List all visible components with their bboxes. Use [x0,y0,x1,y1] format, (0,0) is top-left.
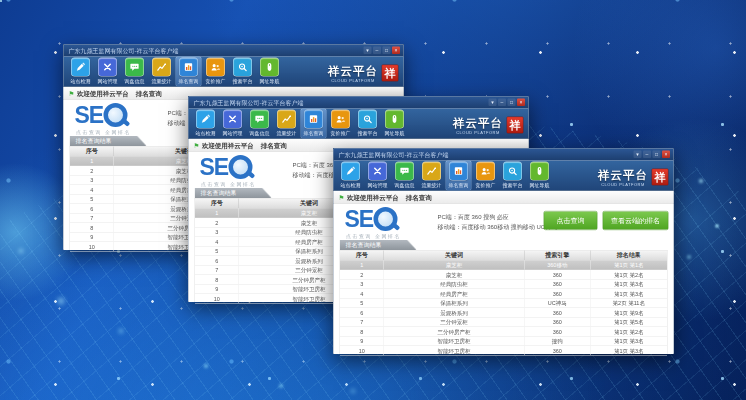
toolbar-item-site-check[interactable]: 站点检测 [338,161,364,191]
site-check-icon [341,162,360,181]
minimize-button[interactable]: – [643,151,651,159]
toolbar-item-mouse[interactable]: 网址导航 [257,57,283,87]
window-titlebar[interactable]: 广东九鼎王监网有限公司-祥云平台客户端 ▾ – □ × [64,45,404,57]
maximize-button[interactable]: □ [653,151,661,159]
brand-subtitle: CLOUD PLATFORM [328,78,378,83]
cell-keyword: 三分钟房产柜 [384,327,524,336]
table-row[interactable]: 7三分钟景柜360第1页 第5名 [340,318,667,328]
toolbar-item-site-check[interactable]: 站点检测 [193,109,219,139]
toolbar-item-line-chart[interactable]: 流量统计 [274,109,300,139]
close-button[interactable]: × [517,99,525,107]
cell-index: 4 [70,185,114,194]
toolbar-item-label: 排名查询 [179,78,199,85]
bar-chart-icon [179,58,198,77]
maximize-button[interactable]: □ [508,99,516,107]
cell-rank: 第1页 第3名 [591,280,667,289]
toolbar-item-label: 站点检测 [341,182,361,189]
toolbar-item-mouse[interactable]: 网址导航 [527,161,553,191]
toolbar-item-message[interactable]: 询盘信息 [247,109,273,139]
toolbar-item-search-platform[interactable]: 搜索平台 [355,109,381,139]
engine-line-pc: PC端：百度 360 搜狗 必应 [438,212,558,222]
toolbar: 站点检测网站管理询盘信息流量统计排名查询竞价推广搜索平台网址导航 祥云平台 CL… [334,161,674,192]
search-platform-icon [358,110,377,129]
toolbar-item-bar-chart[interactable]: 排名查询 [301,109,327,139]
tab-rank-results[interactable]: 排名查询结果 [195,188,272,198]
query-button[interactable]: 点击查询 [544,211,598,230]
toolbar-item-label: 竞价推广 [476,182,496,189]
engine-line-mobile: 移动端：百度移动 360移动 搜狗移动 UC神马 [438,222,558,232]
table-row[interactable]: 1康芝柜360移动第1页 第1名 [340,261,667,271]
toolbar-item-search-platform[interactable]: 搜索平台 [500,161,526,191]
skin-button[interactable]: ▾ [489,99,497,107]
toolbar-item-line-chart[interactable]: 流量统计 [419,161,445,191]
toolbar-item-site-manage[interactable]: 网站管理 [365,161,391,191]
content-area: SE 点击查询 全网排名 PC端：百度 360 搜狗 必应 移动端：百度移动 3… [334,204,674,354]
cell-engine: 360 [525,280,591,289]
toolbar-item-label: 站点检测 [196,130,216,137]
seo-logo: SE 点击查询 全网排名 [345,207,433,240]
toolbar-item-bar-chart[interactable]: 排名查询 [176,57,202,87]
cell-engine: 360 [525,308,591,317]
cell-rank: 第1页 第3名 [591,289,667,298]
brand-name: 祥云平台 [328,63,378,79]
cell-engine: UC神马 [525,299,591,308]
cell-index: 6 [70,204,114,213]
table-row[interactable]: 10智能环卫房柜360第1页 第3名 [340,346,667,356]
site-manage-icon [368,162,387,181]
toolbar-item-promotion[interactable]: 竞价推广 [328,109,354,139]
maximize-button[interactable]: □ [383,47,391,55]
cell-index: 2 [195,218,239,227]
toolbar-item-message[interactable]: 询盘信息 [122,57,148,87]
toolbar-item-mouse[interactable]: 网址导航 [382,109,408,139]
cell-index: 5 [70,195,114,204]
cell-index: 10 [70,242,114,251]
tab-rank-results[interactable]: 排名查询结果 [70,136,147,146]
cell-keyword: 经典防虫柜 [384,280,524,289]
toolbar-item-site-manage[interactable]: 网站管理 [220,109,246,139]
toolbar-item-search-platform[interactable]: 搜索平台 [230,57,256,87]
cell-keyword: 智能环卫房柜 [384,337,524,346]
table-row[interactable]: 3经典防虫柜360第1页 第3名 [340,280,667,290]
toolbar-item-bar-chart[interactable]: 排名查询 [446,161,472,191]
close-button[interactable]: × [662,151,670,159]
cell-rank: 第2页 第11名 [591,299,667,308]
tab-rank-results[interactable]: 排名查询结果 [340,240,417,250]
minimize-button[interactable]: – [498,99,506,107]
toolbar-item-promotion[interactable]: 竞价推广 [473,161,499,191]
message-icon [125,58,144,77]
brand-name: 祥云平台 [598,167,648,183]
window-titlebar[interactable]: 广东九鼎王监网有限公司-祥云平台客户端 ▾ – □ × [189,97,529,109]
cell-keyword: 智能环卫房柜 [384,346,524,355]
toolbar-item-line-chart[interactable]: 流量统计 [149,57,175,87]
welcome-text: 欢迎使用祥云平台 [347,194,399,202]
skin-button[interactable]: ▾ [634,151,642,159]
minimize-button[interactable]: – [373,47,381,55]
close-button[interactable]: × [392,47,400,55]
window-titlebar[interactable]: 广东九鼎王监网有限公司-祥云平台客户端 ▾ – □ × [334,149,674,161]
table-row[interactable]: 2康芝柜360第1页 第2名 [340,270,667,280]
col-header-index: 序号 [340,251,384,261]
table-row[interactable]: 9智能环卫房柜搜狗第1页 第3名 [340,337,667,347]
toolbar-item-promotion[interactable]: 竞价推广 [203,57,229,87]
cell-rank: 第1页 第2名 [591,270,667,279]
bar-chart-icon [449,162,468,181]
flag-icon: ⚑ [194,142,200,150]
table-row[interactable]: 4经典房产柜360第1页 第3名 [340,289,667,299]
cell-engine: 搜狗 [525,337,591,346]
site-manage-icon [98,58,117,77]
col-header-keyword: 关键词 [384,251,524,261]
view-cloud-rank-button[interactable]: 查看云端的排名 [603,211,669,230]
toolbar-item-site-check[interactable]: 站点检测 [68,57,94,87]
cell-engine: 360 [525,289,591,298]
toolbar-item-label: 询盘信息 [125,78,145,85]
toolbar-item-message[interactable]: 询盘信息 [392,161,418,191]
toolbar-item-site-manage[interactable]: 网站管理 [95,57,121,87]
skin-button[interactable]: ▾ [364,47,372,55]
table-row[interactable]: 5保温柜系列UC神马第2页 第11名 [340,299,667,309]
toolbar-item-label: 排名查询 [304,130,324,137]
message-icon [250,110,269,129]
table-row[interactable]: 8三分钟房产柜360第1页 第2名 [340,327,667,337]
cell-index: 7 [340,318,384,327]
table-row[interactable]: 6景观桥系列360第1页 第9名 [340,308,667,318]
toolbar: 站点检测网站管理询盘信息流量统计排名查询竞价推广搜索平台网址导航 祥云平台 CL… [189,109,529,140]
